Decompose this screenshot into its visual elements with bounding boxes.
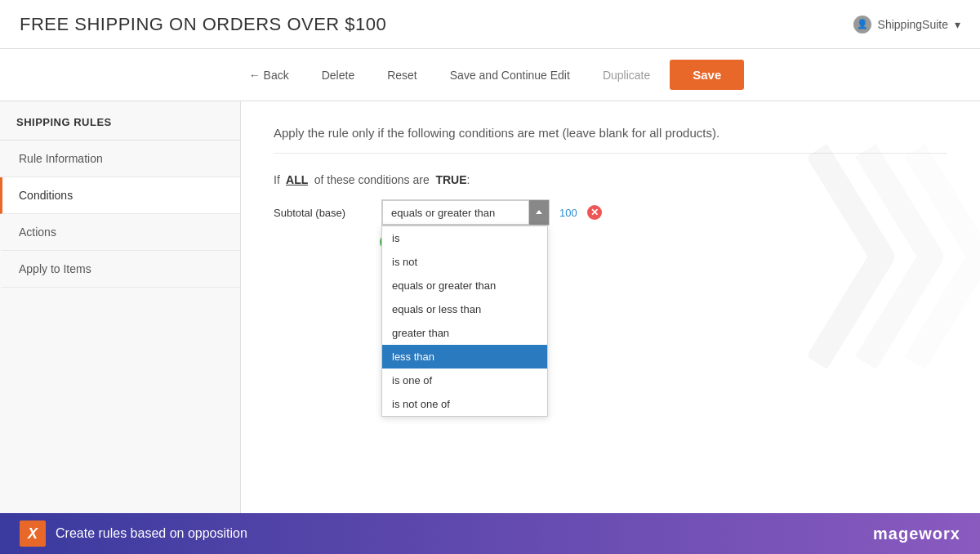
page-title: FREE SHIPPING ON ORDERS OVER $100	[20, 14, 386, 35]
save-button[interactable]: Save	[670, 60, 744, 90]
svg-marker-0	[536, 210, 542, 214]
dropdown-option-equals-greater[interactable]: equals or greater than	[382, 274, 547, 297]
dropdown-option-equals-less[interactable]: equals or less than	[382, 297, 547, 321]
true-label: TRUE	[435, 173, 466, 186]
back-button[interactable]: ← Back	[236, 62, 302, 88]
delete-button[interactable]: Delete	[309, 62, 368, 88]
username: ShippingSuite	[878, 18, 948, 31]
sidebar-heading: SHIPPING RULES	[0, 101, 240, 141]
dropdown-option-is-not-one-of[interactable]: is not one of	[382, 392, 547, 416]
conditions-statement: If ALL of these conditions are TRUE:	[274, 173, 947, 186]
sidebar-item-rule-information[interactable]: Rule Information	[0, 141, 240, 177]
dropdown-option-greater-than[interactable]: greater than	[382, 321, 547, 345]
footer-banner: X Create rules based on opposition magew…	[0, 513, 980, 554]
top-header: FREE SHIPPING ON ORDERS OVER $100 👤 Ship…	[0, 0, 980, 49]
condition-field-label: Subtotal (base)	[274, 207, 372, 219]
sidebar-item-actions[interactable]: Actions	[0, 214, 240, 251]
duplicate-button[interactable]: Duplicate	[590, 62, 663, 88]
condition-operator-dropdown: is is not equals or greater than equals …	[381, 226, 548, 417]
all-label[interactable]: ALL	[286, 173, 308, 186]
footer-left: X Create rules based on opposition	[20, 520, 247, 547]
sidebar-item-conditions[interactable]: Conditions	[0, 177, 240, 214]
condition-operator-wrapper: equals or greater than is is not	[381, 199, 550, 226]
user-dropdown-icon: ▾	[955, 18, 960, 31]
toolbar: ← Back Delete Reset Save and Continue Ed…	[0, 49, 980, 101]
save-continue-button[interactable]: Save and Continue Edit	[437, 62, 583, 88]
sidebar: SHIPPING RULES Rule Information Conditio…	[0, 101, 241, 513]
main-layout: SHIPPING RULES Rule Information Conditio…	[0, 101, 980, 513]
footer-logo: X	[20, 520, 46, 547]
dropdown-option-is-one-of[interactable]: is one of	[382, 369, 547, 392]
delete-condition-button[interactable]: ✕	[587, 205, 602, 220]
user-area[interactable]: 👤 ShippingSuite ▾	[853, 16, 960, 34]
sidebar-item-apply-to-items[interactable]: Apply to Items	[0, 251, 240, 288]
reset-button[interactable]: Reset	[374, 62, 430, 88]
content-area: Apply the rule only if the following con…	[241, 101, 980, 513]
footer-brand: mageworx	[873, 525, 960, 543]
condition-row: Subtotal (base) equals or greater than i…	[274, 199, 947, 226]
dropdown-option-less-than[interactable]: less than	[382, 345, 547, 369]
condition-value[interactable]: 100	[559, 207, 577, 219]
footer-message: Create rules based on opposition	[56, 526, 247, 541]
dropdown-option-is-not[interactable]: is not	[382, 250, 547, 274]
conditions-intro: Apply the rule only if the following con…	[274, 126, 947, 154]
condition-operator-select[interactable]: equals or greater than	[382, 200, 529, 225]
user-icon: 👤	[853, 16, 871, 34]
dropdown-option-is[interactable]: is	[382, 226, 547, 250]
select-toggle-button[interactable]	[529, 200, 549, 225]
